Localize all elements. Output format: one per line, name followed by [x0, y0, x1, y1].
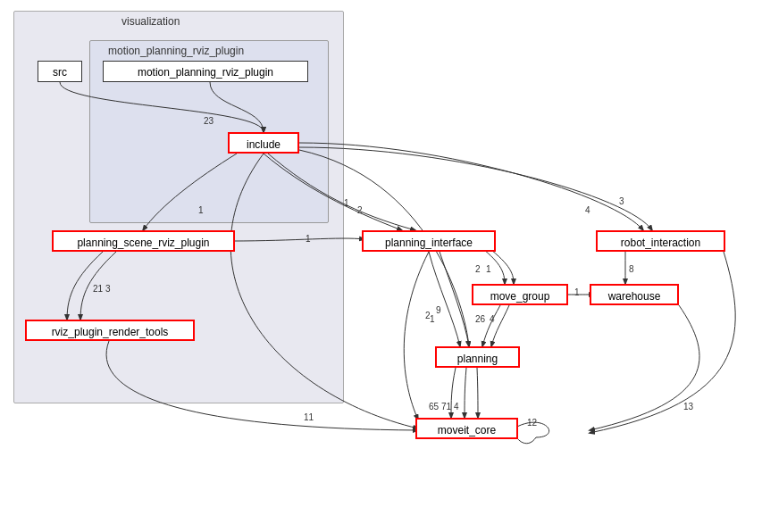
node-robot-interaction[interactable]: robot_interaction	[596, 230, 725, 252]
label-11: 11	[304, 412, 314, 422]
cluster-visualization-label: visualization	[121, 15, 180, 28]
label-21: 21	[93, 284, 103, 294]
node-src[interactable]: src	[38, 61, 82, 82]
node-motion-planning[interactable]: motion_planning_rviz_plugin	[103, 61, 308, 82]
label-65: 65	[429, 402, 439, 411]
node-rviz-render-tools[interactable]: rviz_plugin_render_tools	[25, 320, 195, 341]
label-4a: 4	[454, 402, 459, 411]
label-e17: 26	[475, 314, 485, 324]
node-moveit-core[interactable]: moveit_core	[415, 418, 518, 439]
label-12: 12	[527, 418, 537, 428]
label-e11a: 2	[475, 264, 481, 274]
node-planning[interactable]: planning	[435, 346, 520, 368]
node-planning-scene-rviz[interactable]: planning_scene_rviz_plugin	[52, 230, 235, 252]
label-e5: 2	[357, 205, 363, 215]
label-e3: 1	[198, 205, 204, 215]
label-e18: 4	[490, 314, 495, 324]
label-13: 13	[683, 402, 693, 411]
label-71: 71	[441, 402, 451, 411]
label-e13: 1	[574, 287, 580, 297]
node-planning-interface[interactable]: planning_interface	[362, 230, 496, 252]
label-e7: 4	[585, 205, 590, 215]
node-move-group[interactable]: move_group	[472, 284, 568, 305]
label-e19: 1	[430, 314, 435, 324]
label-e14: 8	[629, 264, 634, 274]
node-include[interactable]: include	[228, 132, 299, 154]
label-e10: 1	[306, 234, 311, 244]
label-3a: 3	[105, 284, 111, 294]
cluster-motion-label: motion_planning_rviz_plugin	[108, 45, 244, 57]
label-e16b: 9	[436, 305, 441, 315]
label-e6: 3	[619, 196, 624, 206]
node-warehouse[interactable]: warehouse	[590, 284, 679, 305]
label-23: 23	[204, 116, 214, 126]
label-e4: 1	[344, 198, 349, 208]
label-e12a: 1	[486, 264, 491, 274]
diagram-container: visualization motion_planning_rviz_plugi…	[0, 0, 762, 532]
